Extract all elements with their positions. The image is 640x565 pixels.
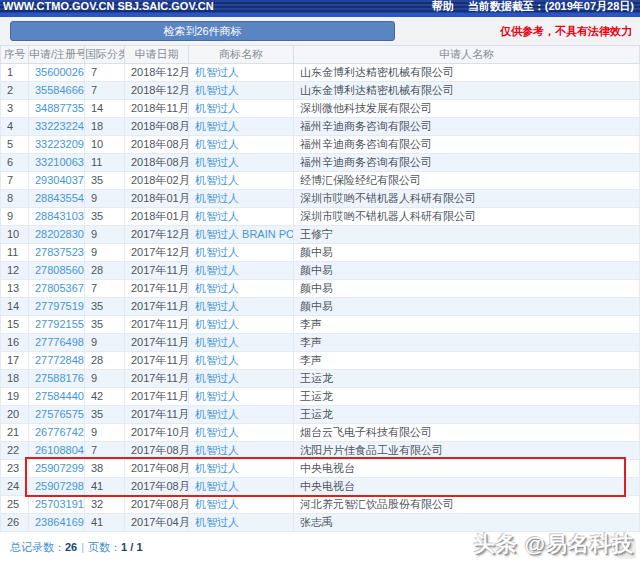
trademark-link[interactable]: 机智过人 bbox=[195, 318, 239, 330]
row-date: 2017年08月17日 bbox=[125, 478, 189, 496]
row-seq: 16 bbox=[1, 334, 29, 352]
results-table-wrap: 序号 申请/注册号 国际分类 申请日期 商标名称 申请人名称 1 3560002… bbox=[0, 45, 640, 532]
reg-no-link[interactable]: 27588176 bbox=[35, 372, 84, 384]
reg-no-link[interactable]: 27808560 bbox=[35, 264, 84, 276]
row-date: 2017年04月28日 bbox=[125, 514, 189, 532]
trademark-link[interactable]: 机智过人 bbox=[195, 84, 239, 96]
row-seq: 7 bbox=[1, 172, 29, 190]
reg-no-link[interactable]: 25907299 bbox=[35, 462, 84, 474]
reg-no-link[interactable]: 27772848 bbox=[35, 354, 84, 366]
reg-no-link[interactable]: 26108804 bbox=[35, 444, 84, 456]
reg-no-link[interactable]: 27576575 bbox=[35, 408, 84, 420]
reg-no-link[interactable]: 27797519 bbox=[35, 300, 84, 312]
trademark-link[interactable]: 机智过人 bbox=[195, 408, 239, 420]
trademark-link[interactable]: 机智过人 BRAIN POWER bbox=[195, 228, 294, 240]
reg-no-link[interactable]: 23864169 bbox=[35, 516, 84, 528]
row-applicant: 福州辛迪商务咨询有限公司 bbox=[294, 118, 640, 136]
row-seq: 24 bbox=[1, 478, 29, 496]
reg-no-link[interactable]: 25907298 bbox=[35, 480, 84, 492]
trademark-link[interactable]: 机智过人 bbox=[195, 444, 239, 456]
trademark-link[interactable]: 机智过人 bbox=[195, 354, 239, 366]
reg-no-link[interactable]: 28843103 bbox=[35, 210, 84, 222]
reg-no-link[interactable]: 27805367 bbox=[35, 282, 84, 294]
table-row: 6 33210063 11 2018年08月30日 机智过人 福州辛迪商务咨询有… bbox=[1, 154, 640, 172]
reg-no-link[interactable]: 28843554 bbox=[35, 192, 84, 204]
table-row: 24 25907298 41 2017年08月17日 机智过人 中央电视台 bbox=[1, 478, 640, 496]
trademark-link[interactable]: 机智过人 bbox=[195, 120, 239, 132]
trademark-link[interactable]: 机智过人 bbox=[195, 156, 239, 168]
trademark-link[interactable]: 机智过人 bbox=[195, 174, 239, 186]
trademark-link[interactable]: 机智过人 bbox=[195, 336, 239, 348]
help-link[interactable]: 帮助 bbox=[432, 0, 454, 13]
reg-no-link[interactable]: 33223224 bbox=[35, 120, 84, 132]
trademark-link[interactable]: 机智过人 bbox=[195, 516, 239, 528]
reg-no-link[interactable]: 27776498 bbox=[35, 336, 84, 348]
table-row: 2 35584666 7 2018年12月27日 机智过人 山东金博利达精密机械… bbox=[1, 82, 640, 100]
trademark-link[interactable]: 机智过人 bbox=[195, 282, 239, 294]
trademark-link[interactable]: 机智过人 bbox=[195, 390, 239, 402]
trademark-link[interactable]: 机智过人 bbox=[195, 138, 239, 150]
trademark-link[interactable]: 机智过人 bbox=[195, 498, 239, 510]
trademark-link[interactable]: 机智过人 bbox=[195, 462, 239, 474]
trademark-link[interactable]: 机智过人 bbox=[195, 480, 239, 492]
trademark-link[interactable]: 机智过人 bbox=[195, 426, 239, 438]
row-intl-class: 9 bbox=[85, 244, 125, 262]
col-header-date: 申请日期 bbox=[125, 46, 189, 64]
row-date: 2017年10月09日 bbox=[125, 424, 189, 442]
trademark-link[interactable]: 机智过人 bbox=[195, 300, 239, 312]
trademark-link[interactable]: 机智过人 bbox=[195, 210, 239, 222]
reg-no-link[interactable]: 25703191 bbox=[35, 498, 84, 510]
row-seq: 25 bbox=[1, 496, 29, 514]
trademark-link[interactable]: 机智过人 bbox=[195, 246, 239, 258]
reg-no-link[interactable]: 27792155 bbox=[35, 318, 84, 330]
row-intl-class: 35 bbox=[85, 406, 125, 424]
table-row: 10 28202830 9 2017年12月20日 机智过人 BRAIN POW… bbox=[1, 226, 640, 244]
row-reg-no: 27792155 bbox=[29, 316, 85, 334]
trademark-link[interactable]: 机智过人 bbox=[195, 372, 239, 384]
col-header-seq: 序号 bbox=[1, 46, 29, 64]
row-seq: 23 bbox=[1, 460, 29, 478]
row-intl-class: 35 bbox=[85, 316, 125, 334]
col-header-intl-class: 国际分类 bbox=[85, 46, 125, 64]
table-row: 12 27808560 28 2017年11月30日 机智过人 颜中易 bbox=[1, 262, 640, 280]
row-reg-no: 27584440 bbox=[29, 388, 85, 406]
reg-no-link[interactable]: 28202830 bbox=[35, 228, 84, 240]
row-seq: 4 bbox=[1, 118, 29, 136]
trademark-link[interactable]: 机智过人 bbox=[195, 264, 239, 276]
row-intl-class: 14 bbox=[85, 100, 125, 118]
row-intl-class: 9 bbox=[85, 424, 125, 442]
row-reg-no: 28202830 bbox=[29, 226, 85, 244]
row-name: 机智过人 bbox=[189, 334, 294, 352]
row-applicant: 深圳微他科技发展有限公司 bbox=[294, 100, 640, 118]
reg-no-link[interactable]: 35600026 bbox=[35, 66, 84, 78]
row-name: 机智过人 bbox=[189, 442, 294, 460]
trademark-link[interactable]: 机智过人 bbox=[195, 102, 239, 114]
reg-no-link[interactable]: 34887735 bbox=[35, 102, 84, 114]
row-date: 2017年11月30日 bbox=[125, 280, 189, 298]
row-reg-no: 34887735 bbox=[29, 100, 85, 118]
reg-no-link[interactable]: 27584440 bbox=[35, 390, 84, 402]
row-intl-class: 7 bbox=[85, 280, 125, 298]
reg-no-link[interactable]: 27837523 bbox=[35, 246, 84, 258]
reg-no-link[interactable]: 33210063 bbox=[35, 156, 84, 168]
reg-no-link[interactable]: 26776742 bbox=[35, 426, 84, 438]
row-name: 机智过人 bbox=[189, 406, 294, 424]
row-seq: 2 bbox=[1, 82, 29, 100]
table-row: 19 27584440 42 2017年11月20日 机智过人 王运龙 bbox=[1, 388, 640, 406]
reg-no-link[interactable]: 33223209 bbox=[35, 138, 84, 150]
row-seq: 19 bbox=[1, 388, 29, 406]
row-date: 2018年08月30日 bbox=[125, 118, 189, 136]
table-row: 26 23864169 41 2017年04月28日 机智过人 张志禹 bbox=[1, 514, 640, 532]
row-intl-class: 41 bbox=[85, 514, 125, 532]
row-date: 2018年01月22日 bbox=[125, 208, 189, 226]
row-applicant: 福州辛迪商务咨询有限公司 bbox=[294, 154, 640, 172]
trademark-link[interactable]: 机智过人 bbox=[195, 66, 239, 78]
row-reg-no: 35584666 bbox=[29, 82, 85, 100]
result-count-button[interactable]: 检索到26件商标 bbox=[10, 21, 395, 41]
reg-no-link[interactable]: 29304037 bbox=[35, 174, 84, 186]
reg-no-link[interactable]: 35584666 bbox=[35, 84, 84, 96]
trademark-link[interactable]: 机智过人 bbox=[195, 192, 239, 204]
row-reg-no: 27797519 bbox=[29, 298, 85, 316]
row-seq: 9 bbox=[1, 208, 29, 226]
row-name: 机智过人 bbox=[189, 424, 294, 442]
